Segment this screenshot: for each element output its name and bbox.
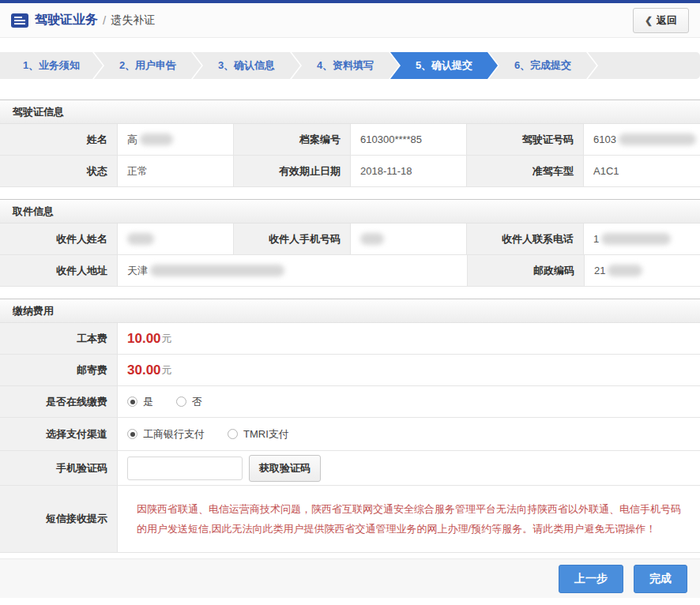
address-value-text: 天津 bbox=[127, 264, 148, 278]
sms-code-row: 手机验证码 获取验证码 bbox=[0, 451, 700, 486]
production-fee-amount: 10.00 bbox=[127, 331, 161, 347]
document-list-icon bbox=[11, 13, 28, 28]
expiry-value: 2018-11-18 bbox=[350, 156, 466, 186]
license-no-value: 6103 bbox=[583, 124, 700, 155]
step-2-user-declaration[interactable]: 2、用户申告 bbox=[94, 52, 201, 79]
postcode-value-text: 21 bbox=[594, 265, 605, 276]
file-no-value: 610300****85 bbox=[350, 124, 466, 155]
expiry-label: 有效期止日期 bbox=[233, 156, 350, 186]
step-bar-tail bbox=[588, 52, 700, 79]
name-value-text: 高 bbox=[127, 133, 137, 147]
step-3-confirm-info[interactable]: 3、确认信息 bbox=[193, 52, 300, 79]
table-row: 姓名 高 档案编号 610300****85 驾驶证号码 6103 bbox=[0, 124, 700, 156]
back-button[interactable]: ❮ 返回 bbox=[633, 8, 689, 33]
file-no-label: 档案编号 bbox=[233, 124, 350, 155]
recipient-name-label: 收件人姓名 bbox=[0, 224, 117, 254]
page-title: 驾驶证业务 bbox=[35, 12, 98, 28]
online-payment-row: 是否在线缴费 是 否 bbox=[0, 386, 700, 418]
production-fee-unit: 元 bbox=[162, 332, 172, 346]
address-value: 天津 bbox=[117, 255, 467, 286]
redacted-license-no bbox=[619, 133, 696, 145]
table-row: 状态 正常 有效期止日期 2018-11-18 准驾车型 A1C1 bbox=[0, 156, 700, 187]
mailing-fee-amount: 30.00 bbox=[127, 363, 161, 378]
chevron-left-icon: ❮ bbox=[645, 15, 653, 26]
step-progress-bar: 1、业务须知 2、用户申告 3、确认信息 4、资料填写 5、确认提交 6、完成提… bbox=[0, 52, 700, 79]
postcode-label: 邮政编码 bbox=[467, 255, 584, 286]
radio-online-no[interactable] bbox=[176, 396, 186, 407]
online-payment-options: 是 否 bbox=[117, 386, 700, 417]
mailing-fee-row: 邮寄费 30.00 元 bbox=[0, 355, 700, 386]
step-1-business-notice[interactable]: 1、业务须知 bbox=[0, 52, 103, 79]
recipient-phone-value: 1 bbox=[583, 224, 700, 254]
production-fee-label: 工本费 bbox=[0, 323, 117, 354]
online-payment-label: 是否在线缴费 bbox=[0, 386, 117, 417]
breadcrumb-current: 遗失补证 bbox=[111, 13, 155, 28]
step-4-fill-data[interactable]: 4、资料填写 bbox=[292, 52, 399, 79]
radio-online-yes[interactable] bbox=[127, 396, 137, 407]
pickup-info-section: 取件信息 收件人姓名 收件人手机号码 收件人联系电话 1 收件人地址 天津 邮政… bbox=[0, 199, 700, 287]
sms-note-value: 因陕西省联通、电信运营商技术问题，陕西省互联网交通安全综合服务管理平台无法向持陕… bbox=[117, 486, 700, 552]
redacted-postcode bbox=[608, 265, 642, 276]
sms-note-label: 短信接收提示 bbox=[0, 486, 117, 552]
license-section-title: 驾驶证信息 bbox=[0, 100, 700, 124]
radio-channel-tmri[interactable] bbox=[228, 429, 238, 439]
name-label: 姓名 bbox=[0, 124, 117, 155]
postcode-value: 21 bbox=[584, 255, 700, 286]
table-row: 收件人地址 天津 邮政编码 21 bbox=[0, 255, 700, 287]
fees-section: 缴纳费用 工本费 10.00 元 邮寄费 30.00 元 是否在线缴费 是 否 bbox=[0, 299, 700, 553]
mailing-fee-unit: 元 bbox=[162, 363, 172, 378]
radio-online-no-label[interactable]: 否 bbox=[192, 395, 202, 409]
step-5-confirm-submit[interactable]: 5、确认提交 bbox=[390, 52, 498, 79]
sms-code-label: 手机验证码 bbox=[0, 451, 117, 485]
radio-online-yes-label[interactable]: 是 bbox=[143, 395, 153, 409]
back-button-label: 返回 bbox=[657, 13, 677, 28]
redacted-recipient-name bbox=[127, 233, 154, 245]
sms-code-field: 获取验证码 bbox=[117, 451, 700, 485]
sms-note-text: 因陕西省联通、电信运营商技术问题，陕西省互联网交通安全综合服务管理平台无法向持陕… bbox=[127, 490, 700, 549]
breadcrumb-divider: / bbox=[103, 13, 106, 27]
payment-channel-label: 选择支付渠道 bbox=[0, 418, 117, 450]
payment-channel-options: 工商银行支付 TMRI支付 bbox=[117, 418, 700, 450]
license-no-label: 驾驶证号码 bbox=[466, 124, 583, 155]
table-row: 收件人姓名 收件人手机号码 收件人联系电话 1 bbox=[0, 224, 700, 255]
radio-channel-icbc-label[interactable]: 工商银行支付 bbox=[143, 427, 205, 442]
pickup-section-title: 取件信息 bbox=[0, 199, 700, 224]
recipient-phone-label: 收件人联系电话 bbox=[466, 224, 583, 254]
page-header: 驾驶证业务 / 遗失补证 ❮ 返回 bbox=[0, 3, 700, 38]
vehicle-class-value: A1C1 bbox=[583, 156, 700, 186]
mailing-fee-value: 30.00 元 bbox=[117, 355, 700, 385]
redacted-recipient-phone bbox=[601, 233, 671, 245]
license-no-value-text: 6103 bbox=[593, 133, 616, 145]
payment-channel-row: 选择支付渠道 工商银行支付 TMRI支付 bbox=[0, 418, 700, 451]
name-value: 高 bbox=[117, 124, 233, 155]
status-label: 状态 bbox=[0, 156, 117, 186]
recipient-phone-value-text: 1 bbox=[593, 233, 599, 245]
recipient-name-value bbox=[117, 224, 233, 254]
status-value: 正常 bbox=[117, 156, 233, 186]
address-label: 收件人地址 bbox=[0, 255, 117, 286]
step-6-complete-submit[interactable]: 6、完成提交 bbox=[489, 52, 597, 79]
mailing-fee-label: 邮寄费 bbox=[0, 355, 117, 385]
fees-section-title: 缴纳费用 bbox=[0, 299, 700, 323]
production-fee-value: 10.00 元 bbox=[117, 323, 700, 354]
radio-channel-tmri-label[interactable]: TMRI支付 bbox=[243, 427, 289, 442]
recipient-mobile-label: 收件人手机号码 bbox=[233, 224, 350, 254]
redacted-recipient-mobile bbox=[360, 233, 384, 245]
redacted-address bbox=[150, 265, 284, 276]
radio-channel-icbc[interactable] bbox=[127, 429, 137, 439]
production-fee-row: 工本费 10.00 元 bbox=[0, 323, 700, 355]
sms-code-input[interactable] bbox=[127, 457, 243, 480]
finish-button[interactable]: 完成 bbox=[634, 565, 687, 593]
footer-actions: 上一步 完成 bbox=[0, 558, 700, 598]
previous-step-button[interactable]: 上一步 bbox=[559, 565, 623, 593]
sms-note-row: 短信接收提示 因陕西省联通、电信运营商技术问题，陕西省互联网交通安全综合服务管理… bbox=[0, 486, 700, 553]
redacted-name bbox=[140, 133, 173, 145]
recipient-mobile-value bbox=[350, 224, 466, 254]
vehicle-class-label: 准驾车型 bbox=[466, 156, 583, 186]
license-info-section: 驾驶证信息 姓名 高 档案编号 610300****85 驾驶证号码 6103 … bbox=[0, 100, 700, 187]
get-code-button[interactable]: 获取验证码 bbox=[249, 455, 321, 482]
